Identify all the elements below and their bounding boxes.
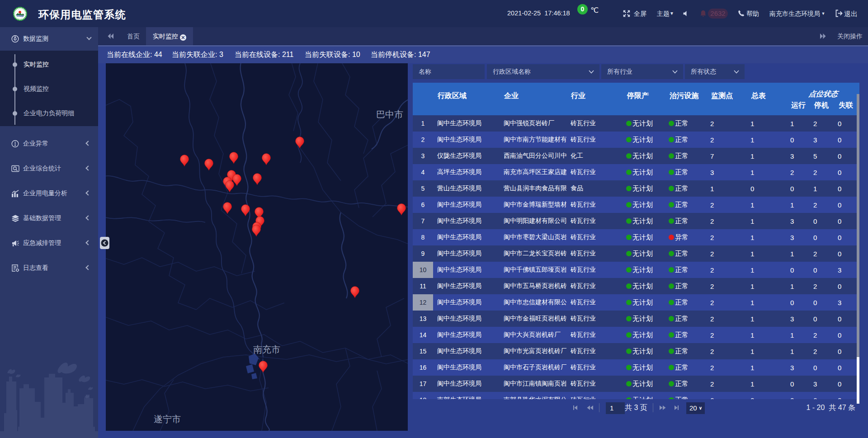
svg-text:南充市: 南充市 — [253, 344, 280, 354]
svg-text:遂宁市: 遂宁市 — [154, 414, 181, 424]
svg-text:巴中市: 巴中市 — [376, 109, 403, 119]
